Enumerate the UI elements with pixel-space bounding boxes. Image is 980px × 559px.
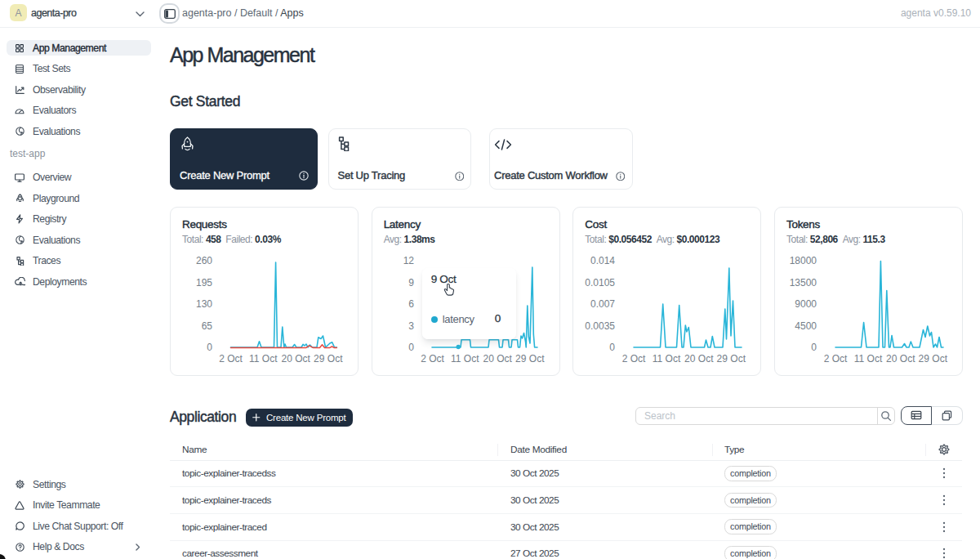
svg-text:130: 130 xyxy=(196,298,212,310)
svg-text:29 Oct: 29 Oct xyxy=(919,353,948,364)
svg-text:11 Oct: 11 Oct xyxy=(854,353,883,364)
svg-text:11 Oct: 11 Oct xyxy=(653,353,681,364)
svg-text:4500: 4500 xyxy=(795,320,817,332)
svg-text:20 Oct: 20 Oct xyxy=(886,353,915,364)
svg-text:2 Oct: 2 Oct xyxy=(219,353,243,364)
svg-text:6: 6 xyxy=(408,298,414,310)
svg-text:11 Oct: 11 Oct xyxy=(451,353,479,364)
svg-text:11 Oct: 11 Oct xyxy=(249,353,278,364)
svg-text:20 Oct: 20 Oct xyxy=(483,353,512,364)
svg-text:12: 12 xyxy=(403,255,414,266)
svg-text:0: 0 xyxy=(610,342,616,353)
svg-text:0: 0 xyxy=(207,342,212,353)
svg-text:195: 195 xyxy=(196,277,212,288)
svg-text:2 Oct: 2 Oct xyxy=(622,353,646,364)
svg-text:29 Oct: 29 Oct xyxy=(717,353,746,364)
svg-text:65: 65 xyxy=(202,320,213,332)
svg-text:3: 3 xyxy=(408,320,414,332)
svg-text:0: 0 xyxy=(408,342,414,353)
svg-text:13500: 13500 xyxy=(790,277,817,288)
svg-text:9000: 9000 xyxy=(795,298,817,310)
svg-text:0.007: 0.007 xyxy=(590,298,615,310)
svg-text:0.014: 0.014 xyxy=(590,255,615,266)
svg-text:20 Oct: 20 Oct xyxy=(684,353,714,364)
svg-text:2 Oct: 2 Oct xyxy=(824,353,848,364)
svg-text:0.0035: 0.0035 xyxy=(586,320,616,332)
svg-text:18000: 18000 xyxy=(790,255,817,266)
svg-text:29 Oct: 29 Oct xyxy=(515,353,545,364)
svg-text:29 Oct: 29 Oct xyxy=(314,353,343,364)
svg-text:260: 260 xyxy=(196,255,212,266)
svg-text:20 Oct: 20 Oct xyxy=(282,353,311,364)
svg-text:0: 0 xyxy=(811,342,817,353)
svg-text:2 Oct: 2 Oct xyxy=(421,353,444,364)
svg-text:0.0105: 0.0105 xyxy=(586,277,616,288)
svg-text:9: 9 xyxy=(408,277,414,288)
